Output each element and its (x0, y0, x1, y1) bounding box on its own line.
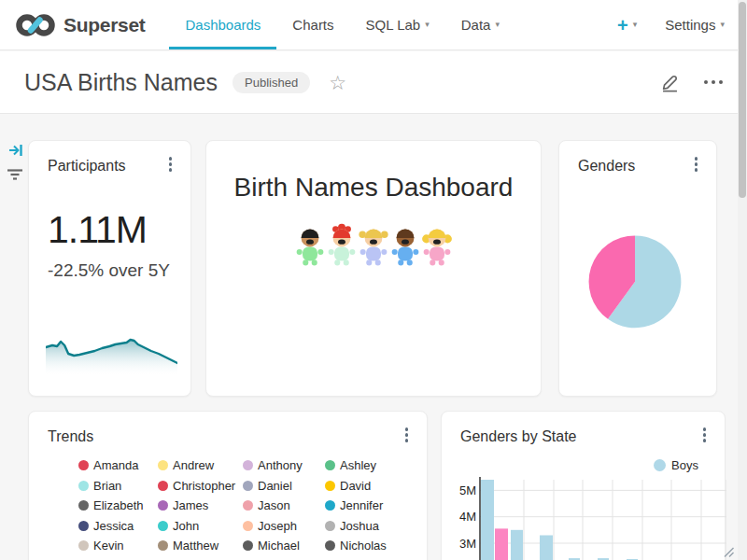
nav-right: + ▾ Settings ▾ (617, 0, 725, 49)
legend-label: Brian (93, 479, 121, 493)
legend-item-brian[interactable]: Brian (78, 479, 158, 493)
baby-figure-1 (294, 223, 326, 267)
legend-item-jason[interactable]: Jason (243, 498, 325, 512)
nav-item-dashboards[interactable]: Dashboards (169, 0, 276, 49)
bar-chart-svg: 5M4M3M (442, 456, 726, 560)
card-title: Participants (48, 158, 126, 175)
favorite-star-icon[interactable]: ☆ (329, 73, 346, 92)
card-participants: Participants 1.11M -22.5% over 5Y (28, 140, 191, 397)
published-badge[interactable]: Published (233, 72, 310, 93)
brand-name: Superset (63, 14, 145, 36)
legend-dot (243, 481, 253, 491)
bar-girls (495, 528, 508, 560)
resize-handle[interactable] (722, 545, 734, 557)
legend-label: Ashley (340, 458, 376, 472)
legend-label: Amanda (93, 458, 138, 472)
legend-item-michael[interactable]: Michael (243, 539, 325, 553)
legend-item-christopher[interactable]: Christopher (158, 479, 243, 493)
legend-item-jessica[interactable]: Jessica (78, 519, 158, 533)
trends-legend: AmandaAndrewAnthonyAshleyBrianChristophe… (78, 458, 412, 560)
legend-item-joshua[interactable]: Joshua (325, 519, 405, 533)
participants-sparkline (46, 323, 177, 375)
kebab-menu-icon[interactable] (405, 427, 409, 442)
svg-text:4M: 4M (459, 510, 476, 524)
bar-boys (511, 530, 523, 560)
legend-dot (243, 460, 253, 470)
bar-boys (481, 480, 494, 560)
big-number-subheader: -22.5% over 5Y (48, 260, 170, 281)
superset-logo[interactable]: Superset (15, 0, 145, 49)
legend-label: Anthony (258, 458, 303, 472)
settings-label: Settings (665, 17, 715, 33)
legend-label: David (340, 479, 371, 493)
legend-item-amanda[interactable]: Amanda (78, 458, 158, 472)
legend-label: Michael (258, 539, 300, 553)
page-title: USA Births Names (24, 69, 218, 96)
legend-label: Matthew (173, 539, 218, 553)
top-nav: Superset DashboardsChartsSQL Lab▾Data▾ +… (0, 0, 747, 50)
legend-label: Joshua (340, 519, 379, 533)
legend-dot (78, 481, 89, 491)
legend-dot (325, 460, 335, 470)
legend-item-matthew[interactable]: Matthew (158, 539, 243, 553)
title-actions (660, 72, 723, 92)
legend-item-daniel[interactable]: Daniel (243, 479, 325, 493)
legend-label: Joseph (258, 519, 297, 533)
legend-dot (78, 540, 89, 551)
legend-item-anthony[interactable]: Anthony (243, 458, 325, 472)
legend-label: James (173, 498, 208, 512)
scrollbar-track[interactable] (738, 0, 747, 560)
legend-label: Jessica (93, 519, 134, 533)
legend-dot (325, 521, 335, 531)
legend-item-kevin[interactable]: Kevin (78, 539, 158, 553)
bar-boys (540, 536, 553, 560)
legend-dot (78, 460, 89, 470)
genders-by-state-chart: 5M4M3M (442, 456, 726, 560)
legend-item-andrew[interactable]: Andrew (158, 458, 243, 472)
legend-item-joseph[interactable]: Joseph (243, 519, 325, 533)
dashboard-content: Participants 1.11M -22.5% over 5Y Birth … (0, 115, 747, 560)
new-button[interactable]: + ▾ (617, 16, 637, 35)
nav-item-data[interactable]: Data▾ (445, 0, 515, 49)
card-trends: Trends AmandaAndrewAnthonyAshleyBrianChr… (28, 411, 428, 560)
nav-item-label: Data (461, 17, 491, 33)
baby-figure-5 (421, 223, 453, 267)
legend-item-elizabeth[interactable]: Elizabeth (78, 498, 158, 512)
legend-dot (158, 460, 168, 470)
legend-item-nicholas[interactable]: Nicholas (325, 539, 405, 553)
nav-item-sql-lab[interactable]: SQL Lab▾ (350, 0, 445, 49)
legend-dot (158, 481, 168, 491)
legend-item-ashley[interactable]: Ashley (325, 458, 405, 472)
pie-svg (559, 141, 716, 396)
edit-icon[interactable] (660, 72, 680, 92)
baby-figure-2 (326, 223, 358, 267)
legend-dot (78, 521, 89, 531)
legend-dot (243, 540, 253, 551)
legend-item-jennifer[interactable]: Jennifer (325, 498, 405, 512)
legend-label: Andrew (173, 458, 214, 472)
nav-item-label: Charts (292, 17, 333, 33)
legend-label: Jason (258, 498, 290, 512)
legend-dot (325, 540, 335, 551)
nav-menu: DashboardsChartsSQL Lab▾Data▾ (169, 0, 514, 49)
genders-pie-chart (559, 141, 716, 396)
settings-menu[interactable]: Settings ▾ (665, 17, 725, 33)
nav-item-charts[interactable]: Charts (276, 0, 349, 49)
legend-dot (325, 500, 335, 511)
scrollbar-thumb[interactable] (739, 2, 746, 198)
legend-item-david[interactable]: David (325, 479, 405, 493)
legend-item-john[interactable]: John (158, 519, 243, 533)
legend-dot (325, 481, 335, 491)
more-options-icon[interactable] (704, 80, 723, 84)
legend-dot (78, 500, 89, 511)
legend-item-james[interactable]: James (158, 498, 243, 512)
expand-filter-bar-icon[interactable] (8, 143, 23, 158)
legend-label: Daniel (258, 479, 292, 493)
superset-infinity-icon (15, 11, 56, 39)
kebab-menu-icon[interactable] (703, 427, 707, 442)
legend-dot (243, 500, 253, 511)
kebab-menu-icon[interactable] (169, 157, 173, 172)
card-markdown-header: Birth Names Dashboard (205, 140, 542, 397)
filter-sort-icon[interactable] (7, 168, 23, 181)
nav-item-label: SQL Lab (366, 17, 421, 33)
